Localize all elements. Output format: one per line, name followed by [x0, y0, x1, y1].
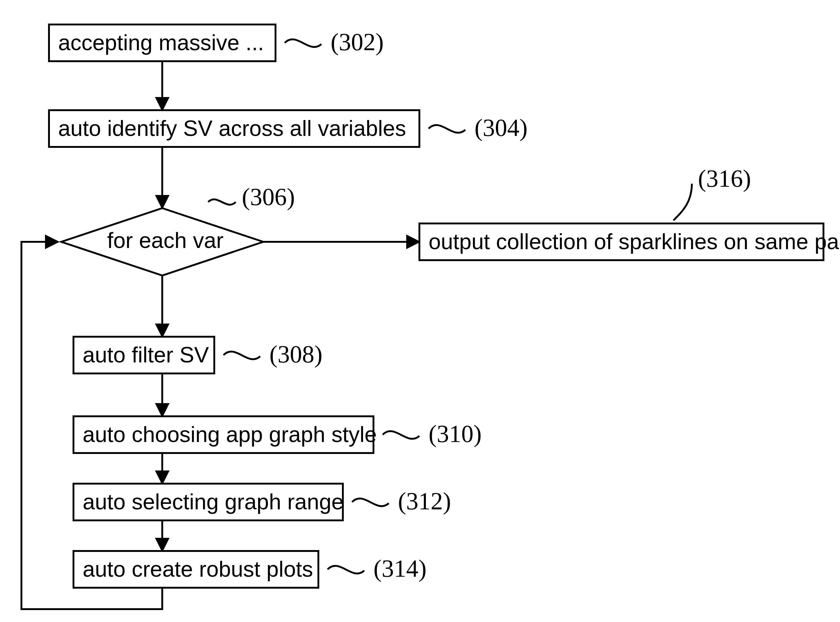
svg-text:(306): (306) — [242, 183, 295, 210]
node-auto-identify-sv: auto identify SV across all variables — [49, 110, 419, 147]
svg-text:(312): (312) — [398, 488, 451, 515]
node-312-label: auto selecting graph range — [83, 489, 344, 514]
node-auto-create-robust-plots: auto create robust plots — [73, 551, 319, 588]
node-auto-choosing-graph-style: auto choosing app graph style — [73, 416, 377, 453]
svg-text:(310): (310) — [428, 420, 482, 448]
annot-304: (304) — [428, 114, 527, 142]
svg-text:(302): (302) — [331, 29, 384, 56]
flowchart-canvas: accepting massive ... (302) auto identif… — [0, 0, 840, 622]
node-accepting-massive: accepting massive ... — [49, 24, 276, 61]
annot-316: (316) — [674, 165, 751, 220]
svg-text:(314): (314) — [374, 555, 427, 582]
svg-text:(316): (316) — [698, 165, 751, 192]
annot-310: (310) — [383, 420, 482, 448]
node-auto-selecting-graph-range: auto selecting graph range — [73, 484, 344, 520]
node-316-label: output collection of sparklines on same … — [428, 229, 840, 254]
node-302-label: accepting massive ... — [58, 30, 264, 55]
node-auto-filter-sv: auto filter SV — [73, 337, 214, 374]
node-output-sparklines: output collection of sparklines on same … — [419, 223, 840, 260]
annot-306: (306) — [208, 183, 295, 210]
node-314-label: auto create robust plots — [83, 557, 313, 581]
annot-312: (312) — [352, 488, 451, 515]
node-308-label: auto filter SV — [83, 343, 209, 367]
annot-314: (314) — [328, 555, 427, 582]
node-310-label: auto choosing app graph style — [83, 422, 377, 447]
node-304-label: auto identify SV across all variables — [58, 116, 406, 140]
svg-text:(308): (308) — [269, 341, 322, 368]
node-306-label: for each var — [107, 228, 224, 253]
svg-text:(304): (304) — [474, 114, 527, 142]
annot-302: (302) — [285, 29, 384, 56]
node-for-each-var: for each var — [61, 208, 263, 276]
annot-308: (308) — [224, 341, 322, 368]
